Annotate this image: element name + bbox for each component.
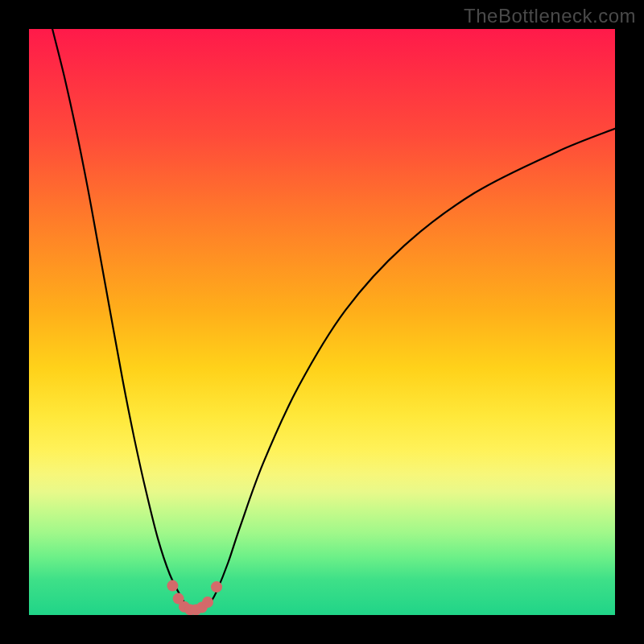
highlight-dot [173, 593, 184, 605]
highlight-dot [167, 580, 178, 592]
chart-svg [29, 29, 615, 615]
highlight-dot [202, 597, 213, 608]
bottleneck-curve [52, 29, 615, 611]
highlight-dot [184, 604, 196, 615]
watermark-text: TheBottleneck.com [464, 5, 636, 27]
highlight-dot [211, 581, 222, 592]
highlight-dot [191, 604, 202, 615]
highlight-dot [196, 602, 208, 613]
chart-plot-area [29, 29, 615, 615]
chart-frame: TheBottleneck.com [0, 0, 644, 644]
highlight-dot [179, 601, 190, 613]
highlight-dots [167, 580, 222, 615]
